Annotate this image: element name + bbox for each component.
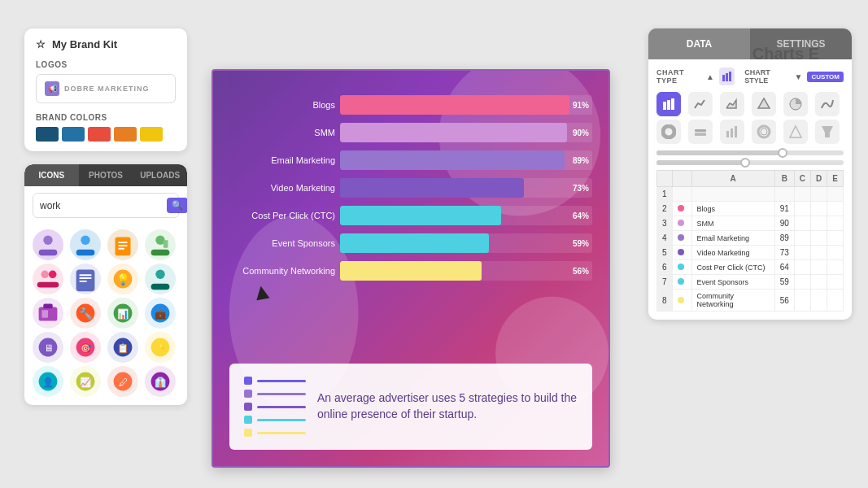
chart-icon-pie[interactable] bbox=[783, 92, 808, 116]
icon-item[interactable] bbox=[70, 229, 101, 260]
row-empty-cell[interactable] bbox=[811, 187, 827, 202]
row-empty-cell[interactable] bbox=[811, 290, 827, 312]
slider-1-thumb[interactable] bbox=[778, 148, 787, 158]
icons-search-area: 🔍 bbox=[24, 186, 187, 224]
color-swatch-4[interactable] bbox=[114, 127, 137, 142]
svg-point-2 bbox=[81, 236, 89, 245]
table-row[interactable]: 2Blogs91 bbox=[657, 202, 844, 216]
chart-icon-column[interactable] bbox=[720, 120, 744, 144]
row-value-cell[interactable]: 90 bbox=[774, 216, 794, 231]
chart-icon-ring[interactable] bbox=[752, 120, 776, 144]
chart-icon-stacked[interactable] bbox=[688, 120, 713, 144]
icon-item[interactable]: 📋 bbox=[107, 332, 138, 363]
color-swatch-1[interactable] bbox=[36, 127, 59, 142]
row-empty-cell[interactable] bbox=[794, 290, 810, 312]
icon-item[interactable] bbox=[33, 264, 63, 294]
row-value-cell[interactable]: 64 bbox=[774, 260, 794, 275]
chart-icon-donut[interactable] bbox=[656, 120, 681, 144]
icon-item[interactable] bbox=[33, 229, 63, 260]
chart-icon-mountain[interactable] bbox=[752, 92, 776, 116]
row-label-cell[interactable]: Email Marketing bbox=[691, 231, 774, 246]
row-value-cell[interactable] bbox=[774, 187, 794, 202]
tab-data[interactable]: DATA bbox=[648, 28, 750, 59]
row-empty-cell[interactable] bbox=[811, 260, 827, 275]
row-empty-cell[interactable] bbox=[827, 246, 844, 260]
table-row[interactable]: 4Email Marketing89 bbox=[657, 231, 844, 246]
search-button[interactable]: 🔍 bbox=[167, 198, 187, 213]
row-label-cell[interactable]: Video Marketing bbox=[691, 246, 774, 260]
icon-item[interactable]: 📊 bbox=[107, 298, 138, 329]
row-value-cell[interactable]: 89 bbox=[774, 231, 794, 246]
tab-photos[interactable]: PHOTOS bbox=[79, 164, 133, 186]
tab-icons[interactable]: ICONS bbox=[24, 164, 79, 186]
color-swatch-3[interactable] bbox=[88, 127, 111, 142]
row-empty-cell[interactable] bbox=[794, 275, 810, 290]
tab-uploads[interactable]: UPLOADS bbox=[133, 164, 187, 186]
row-label-cell[interactable]: Cost Per Click (CTC) bbox=[691, 260, 774, 275]
chart-type-icon[interactable] bbox=[719, 68, 735, 85]
icon-item[interactable]: 🎯 bbox=[70, 332, 101, 363]
chart-icon-triangle[interactable] bbox=[783, 120, 808, 144]
row-value-cell[interactable]: 59 bbox=[774, 275, 794, 290]
icon-item[interactable] bbox=[145, 229, 176, 260]
chart-icon-curve[interactable] bbox=[815, 92, 840, 116]
icon-item[interactable]: 🔧 bbox=[70, 298, 101, 329]
icon-item[interactable]: ⭐ bbox=[145, 332, 176, 363]
icon-item[interactable]: 👔 bbox=[145, 366, 176, 397]
row-empty-cell[interactable] bbox=[794, 260, 810, 275]
icon-item[interactable]: 👤 bbox=[33, 366, 63, 397]
icon-item[interactable]: 🖊 bbox=[107, 366, 138, 397]
row-empty-cell[interactable] bbox=[827, 260, 844, 275]
row-empty-cell[interactable] bbox=[794, 246, 810, 260]
icon-item[interactable]: 🖥 bbox=[33, 332, 63, 363]
row-empty-cell[interactable] bbox=[811, 275, 827, 290]
row-empty-cell[interactable] bbox=[794, 216, 810, 231]
chart-icon-funnel[interactable] bbox=[815, 120, 840, 144]
icon-item[interactable]: 💡 bbox=[107, 264, 138, 294]
row-empty-cell[interactable] bbox=[827, 275, 844, 290]
slider-2-track[interactable] bbox=[656, 160, 844, 165]
icon-item[interactable] bbox=[145, 264, 176, 294]
row-empty-cell[interactable] bbox=[827, 202, 844, 216]
color-swatch-5[interactable] bbox=[140, 127, 163, 142]
canvas-area[interactable]: Blogs 91% SMM 90% Email Marketing 89% bbox=[212, 69, 610, 468]
row-empty-cell[interactable] bbox=[811, 202, 827, 216]
row-empty-cell[interactable] bbox=[827, 216, 844, 231]
row-empty-cell[interactable] bbox=[794, 231, 810, 246]
slider-1-track[interactable] bbox=[656, 150, 844, 155]
icon-item[interactable] bbox=[70, 264, 101, 294]
search-input[interactable] bbox=[40, 200, 162, 211]
table-row[interactable]: 5Video Marketing73 bbox=[657, 246, 844, 260]
row-label-cell[interactable] bbox=[691, 187, 774, 202]
icon-item[interactable]: 💼 bbox=[145, 298, 176, 329]
row-empty-cell[interactable] bbox=[827, 187, 844, 202]
slider-2-thumb[interactable] bbox=[740, 158, 750, 168]
chart-icon-bar-active[interactable] bbox=[656, 92, 681, 116]
icon-item[interactable]: 📈 bbox=[70, 366, 101, 397]
row-empty-cell[interactable] bbox=[811, 246, 827, 260]
row-label-cell[interactable]: SMM bbox=[691, 216, 774, 231]
row-label-cell[interactable]: Blogs bbox=[691, 202, 774, 216]
row-value-cell[interactable]: 91 bbox=[774, 202, 794, 216]
table-row[interactable]: 3SMM90 bbox=[657, 216, 844, 231]
table-row[interactable]: 7Event Sponsors59 bbox=[657, 275, 844, 290]
row-empty-cell[interactable] bbox=[827, 231, 844, 246]
chart-icon-line[interactable] bbox=[688, 92, 713, 116]
row-value-cell[interactable]: 73 bbox=[774, 246, 794, 260]
table-row[interactable]: 1 bbox=[657, 187, 844, 202]
row-empty-cell[interactable] bbox=[794, 187, 810, 202]
row-empty-cell[interactable] bbox=[811, 216, 827, 231]
chart-icon-area[interactable] bbox=[720, 92, 744, 116]
icon-item[interactable] bbox=[107, 229, 138, 260]
row-empty-cell[interactable] bbox=[794, 202, 810, 216]
color-swatch-2[interactable] bbox=[62, 127, 85, 142]
icon-item[interactable] bbox=[33, 298, 63, 329]
row-empty-cell[interactable] bbox=[827, 290, 844, 312]
left-panel: ☆ My Brand Kit LOGOS 📢 DOBRE MARKETING B… bbox=[24, 28, 187, 405]
row-empty-cell[interactable] bbox=[811, 231, 827, 246]
table-row[interactable]: 8Community Networking56 bbox=[657, 290, 844, 312]
row-label-cell[interactable]: Community Networking bbox=[691, 290, 774, 312]
row-label-cell[interactable]: Event Sponsors bbox=[691, 275, 774, 290]
row-value-cell[interactable]: 56 bbox=[774, 290, 794, 312]
table-row[interactable]: 6Cost Per Click (CTC)64 bbox=[657, 260, 844, 275]
